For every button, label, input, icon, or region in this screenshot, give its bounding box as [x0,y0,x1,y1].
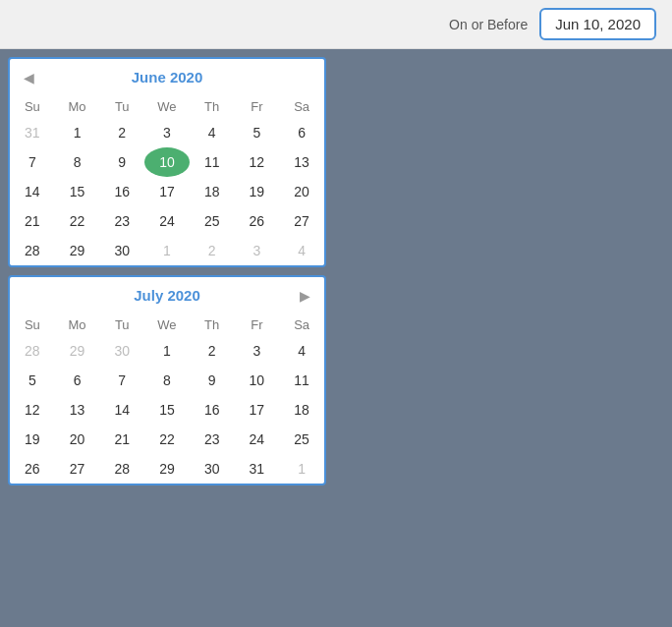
june-col-we: We [144,95,190,118]
calendar-day[interactable]: 6 [55,366,100,395]
june-col-tu: Tu [99,95,144,118]
july-col-we: We [144,314,190,336]
table-row: 21222324252627 [10,206,324,236]
calendar-day[interactable]: 28 [10,236,55,265]
calendar-day[interactable]: 27 [55,454,100,484]
calendar-day[interactable]: 3 [235,236,280,265]
table-row: 567891011 [10,366,324,395]
calendar-day[interactable]: 30 [190,454,235,484]
calendar-day[interactable]: 16 [190,395,235,425]
calendar-day[interactable]: 14 [10,177,55,206]
calendar-day[interactable]: 5 [235,118,280,147]
calendar-day[interactable]: 14 [99,395,144,425]
calendar-day[interactable]: 13 [55,395,100,425]
july-col-mo: Mo [55,314,100,336]
calendar-day[interactable]: 7 [99,366,144,395]
july-next-arrow[interactable]: ▶ [294,286,316,306]
calendar-day[interactable]: 12 [235,147,280,177]
calendar-day[interactable]: 5 [10,366,55,395]
calendar-day[interactable]: 28 [10,336,55,366]
calendar-day[interactable]: 21 [10,206,55,236]
calendar-day[interactable]: 27 [279,206,324,236]
on-or-before-label: On or Before [449,17,528,32]
calendar-day[interactable]: 2 [190,336,235,366]
calendar-day[interactable]: 17 [144,177,190,206]
calendar-day[interactable]: 4 [279,236,324,265]
table-row: 2829301234 [10,236,324,265]
calendar-day[interactable]: 25 [190,206,235,236]
calendar-day[interactable]: 2 [99,118,144,147]
calendar-day[interactable]: 7 [10,147,55,177]
calendar-day[interactable]: 29 [55,236,100,265]
calendar-day[interactable]: 11 [279,366,324,395]
june-prev-arrow[interactable]: ◀ [18,68,40,87]
calendar-day[interactable]: 6 [279,118,324,147]
calendar-day[interactable]: 13 [279,147,324,177]
calendar-day[interactable]: 26 [10,454,55,484]
calendar-day[interactable]: 29 [55,336,100,366]
june-col-fr: Fr [235,95,280,118]
table-row: 78910111213 [10,147,324,177]
table-row: 2829301234 [10,336,324,366]
calendar-day[interactable]: 16 [99,177,144,206]
calendar-day[interactable]: 1 [55,118,100,147]
calendar-day[interactable]: 1 [144,336,190,366]
calendar-day[interactable]: 3 [144,118,190,147]
calendar-day[interactable]: 21 [99,425,144,454]
calendar-day[interactable]: 23 [99,206,144,236]
calendar-day[interactable]: 18 [279,395,324,425]
june-calendar-title: June 2020 [22,69,312,86]
calendar-day[interactable]: 17 [235,395,280,425]
july-col-sa: Sa [279,314,324,336]
calendar-day[interactable]: 3 [235,336,280,366]
selected-date-badge[interactable]: Jun 10, 2020 [539,8,656,40]
june-calendar-header: ◀ June 2020 [10,59,324,95]
july-calendar: July 2020 ▶ Su Mo Tu We Th Fr Sa 2829 [8,275,326,485]
calendar-day[interactable]: 12 [10,395,55,425]
calendar-day[interactable]: 9 [99,147,144,177]
calendar-day[interactable]: 20 [279,177,324,206]
calendar-day[interactable]: 9 [190,366,235,395]
calendar-day[interactable]: 2 [190,236,235,265]
calendar-day[interactable]: 29 [144,454,190,484]
calendar-day[interactable]: 31 [10,118,55,147]
calendar-day[interactable]: 10 [144,147,190,177]
table-row: 2627282930311 [10,454,324,484]
calendar-day[interactable]: 25 [279,425,324,454]
june-col-th: Th [190,95,235,118]
calendar-day[interactable]: 24 [235,425,280,454]
calendar-day[interactable]: 1 [144,236,190,265]
calendar-day[interactable]: 10 [235,366,280,395]
calendar-day[interactable]: 24 [144,206,190,236]
calendar-day[interactable]: 31 [235,454,280,484]
june-day-headers: Su Mo Tu We Th Fr Sa [10,95,324,118]
calendar-day[interactable]: 8 [144,366,190,395]
calendar-day[interactable]: 20 [55,425,100,454]
july-col-th: Th [190,314,235,336]
calendar-day[interactable]: 15 [144,395,190,425]
calendar-day[interactable]: 18 [190,177,235,206]
june-col-sa: Sa [279,95,324,118]
calendar-day[interactable]: 22 [144,425,190,454]
calendar-day[interactable]: 23 [190,425,235,454]
calendar-day[interactable]: 30 [99,236,144,265]
june-col-mo: Mo [55,95,100,118]
calendar-day[interactable]: 28 [99,454,144,484]
july-day-headers: Su Mo Tu We Th Fr Sa [10,314,324,336]
table-row: 12131415161718 [10,395,324,425]
calendar-day[interactable]: 19 [10,425,55,454]
calendar-day[interactable]: 11 [190,147,235,177]
calendar-day[interactable]: 26 [235,206,280,236]
calendar-day[interactable]: 15 [55,177,100,206]
calendar-day[interactable]: 4 [279,336,324,366]
content-area: ◀ June 2020 Su Mo Tu We Th Fr Sa 3112 [0,49,672,489]
calendar-day[interactable]: 1 [279,454,324,484]
calendar-day[interactable]: 30 [99,336,144,366]
calendar-day[interactable]: 22 [55,206,100,236]
top-bar: On or Before Jun 10, 2020 [0,0,672,49]
july-col-tu: Tu [99,314,144,336]
calendar-day[interactable]: 19 [235,177,280,206]
table-row: 19202122232425 [10,425,324,454]
calendar-day[interactable]: 4 [190,118,235,147]
calendar-day[interactable]: 8 [55,147,100,177]
